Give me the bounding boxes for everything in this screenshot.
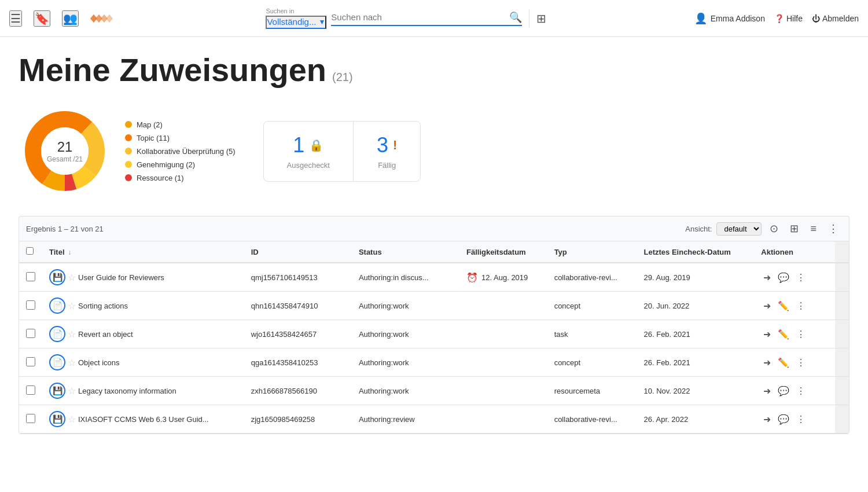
chart-legend: Map (2) Topic (11) Kollaborative Überprü… bbox=[125, 120, 236, 182]
logout-button[interactable]: ⏻ Abmelden bbox=[812, 14, 859, 23]
action-more-5[interactable]: ⋮ bbox=[794, 413, 808, 426]
search-submit-button[interactable]: 🔍 bbox=[509, 11, 522, 24]
action-navigate-4[interactable]: ➜ bbox=[761, 384, 773, 398]
row-type-4: resourcemeta bbox=[547, 377, 637, 405]
row-title-4[interactable]: Legacy taxonomy information bbox=[78, 387, 176, 395]
title-cell-0: 💾 ☆ User Guide for Reviewers bbox=[49, 269, 237, 285]
user-info[interactable]: 👤 Emma Addison bbox=[694, 12, 765, 25]
title-cell-3: 📄 ☆ Object icons bbox=[49, 354, 237, 370]
action-secondary-5[interactable]: 💬 bbox=[775, 413, 792, 426]
donut-center: 21 Gesamt /21 bbox=[47, 139, 83, 163]
action-more-4[interactable]: ⋮ bbox=[794, 384, 808, 398]
star-icon-5[interactable]: ☆ bbox=[68, 414, 76, 425]
star-icon-0[interactable]: ☆ bbox=[68, 272, 76, 283]
scrollbar-cell bbox=[835, 405, 849, 434]
row-checkin-2: 26. Feb. 2021 bbox=[637, 320, 755, 348]
action-secondary-3[interactable]: ✏️ bbox=[775, 356, 792, 369]
row-checkbox-3[interactable] bbox=[26, 357, 35, 366]
legend-item-koll: Kollaborative Überprüfung (5) bbox=[125, 147, 236, 156]
row-due-0: ⏰12. Aug. 2019 bbox=[459, 263, 547, 292]
scrollbar-cell bbox=[835, 377, 849, 405]
title-cell-4: 💾 ☆ Legacy taxonomy information bbox=[49, 383, 237, 399]
row-checkbox-1[interactable] bbox=[26, 300, 35, 310]
header-checkbox-col bbox=[19, 241, 42, 263]
menu-button[interactable]: ☰ bbox=[9, 10, 22, 27]
row-status-2: Authoring:work bbox=[352, 320, 459, 348]
action-secondary-1[interactable]: ✏️ bbox=[775, 299, 792, 313]
action-secondary-4[interactable]: 💬 bbox=[775, 384, 792, 398]
row-checkbox-4[interactable] bbox=[26, 385, 35, 395]
filter-icon-button[interactable]: ≡ bbox=[807, 222, 820, 236]
row-due-2 bbox=[459, 320, 547, 348]
header-type: Typ bbox=[547, 241, 637, 263]
due-header-label: Fälligkeitsdatum bbox=[466, 248, 526, 256]
page-title: Meine Zuweisungen bbox=[19, 51, 326, 89]
star-icon-3[interactable]: ☆ bbox=[68, 357, 76, 368]
row-checkbox-5[interactable] bbox=[26, 414, 35, 423]
action-navigate-1[interactable]: ➜ bbox=[761, 299, 773, 313]
view-label: Ansicht: bbox=[685, 225, 712, 233]
star-icon-4[interactable]: ☆ bbox=[68, 385, 76, 396]
search-input[interactable] bbox=[331, 12, 505, 22]
checked-out-number: 1 bbox=[293, 133, 304, 157]
more-options-button[interactable]: ⋮ bbox=[825, 221, 842, 236]
view-select[interactable]: default bbox=[716, 222, 762, 236]
circle-view-button[interactable]: ⊙ bbox=[766, 221, 782, 236]
action-more-1[interactable]: ⋮ bbox=[794, 299, 808, 313]
row-title-5[interactable]: IXIASOFT CCMS Web 6.3 User Guid... bbox=[78, 415, 209, 424]
search-bar: 🔍 bbox=[331, 11, 522, 26]
app-logo bbox=[90, 9, 118, 28]
action-navigate-5[interactable]: ➜ bbox=[761, 413, 773, 426]
title-header-label: Titel bbox=[49, 248, 65, 256]
row-checkbox-2[interactable] bbox=[26, 329, 35, 338]
select-all-checkbox[interactable] bbox=[26, 247, 34, 255]
row-title-2[interactable]: Revert an object bbox=[78, 330, 133, 339]
row-type-icon-2: 📄 bbox=[49, 326, 65, 342]
action-secondary-2[interactable]: ✏️ bbox=[775, 328, 792, 341]
legend-label-ress: Ressource (1) bbox=[137, 174, 184, 182]
row-id-0: qmj1567106149513 bbox=[244, 263, 352, 292]
header-actions: Aktionen bbox=[754, 241, 835, 263]
row-type-icon-5: 💾 bbox=[49, 411, 65, 427]
legend-dot-genehm bbox=[125, 161, 132, 168]
action-more-3[interactable]: ⋮ bbox=[794, 356, 808, 369]
filter-button[interactable]: ⊞ bbox=[536, 12, 546, 25]
help-circle-icon: ❓ bbox=[774, 14, 784, 23]
columns-view-button[interactable]: ⊞ bbox=[786, 221, 802, 236]
row-type-icon-0: 💾 bbox=[49, 269, 65, 285]
dashboard-row: 21 Gesamt /21 Map (2) Topic (11) Kollabo… bbox=[19, 105, 849, 197]
action-navigate-2[interactable]: ➜ bbox=[761, 328, 773, 341]
row-status-4: Authoring:work bbox=[352, 377, 459, 405]
row-title-0[interactable]: User Guide for Reviewers bbox=[78, 273, 164, 282]
donut-chart: 21 Gesamt /21 bbox=[19, 105, 111, 197]
action-navigate-3[interactable]: ➜ bbox=[761, 356, 773, 369]
row-status-3: Authoring:work bbox=[352, 348, 459, 377]
legend-item-genehm: Genehmigung (2) bbox=[125, 160, 236, 169]
users-button[interactable]: 👥 bbox=[62, 10, 79, 27]
row-status-1: Authoring:work bbox=[352, 292, 459, 320]
row-checkbox-0[interactable] bbox=[26, 272, 35, 281]
search-scope-button[interactable]: Vollständig... ▼ bbox=[266, 16, 326, 29]
scrollbar-cell bbox=[835, 292, 849, 320]
title-cell-1: 📄 ☆ Sorting actions bbox=[49, 298, 237, 314]
action-secondary-0[interactable]: 💬 bbox=[775, 271, 792, 284]
header-title[interactable]: Titel ↓ bbox=[42, 241, 244, 263]
row-due-3 bbox=[459, 348, 547, 377]
row-type-icon-4: 💾 bbox=[49, 383, 65, 399]
scrollbar-cell bbox=[835, 263, 849, 292]
star-icon-1[interactable]: ☆ bbox=[68, 300, 76, 311]
star-icon-2[interactable]: ☆ bbox=[68, 329, 76, 340]
action-navigate-0[interactable]: ➜ bbox=[761, 271, 773, 284]
legend-dot-ress bbox=[125, 174, 132, 181]
help-button[interactable]: ❓ Hilfe bbox=[774, 14, 803, 23]
action-more-2[interactable]: ⋮ bbox=[794, 328, 808, 341]
bookmark-button[interactable]: 🔖 bbox=[34, 10, 50, 27]
row-checkin-4: 10. Nov. 2022 bbox=[637, 377, 755, 405]
id-header-label: ID bbox=[251, 248, 259, 256]
scrollbar-cell bbox=[835, 348, 849, 377]
row-actions-5: ➜ 💬 ⋮ bbox=[754, 405, 835, 434]
row-title-3[interactable]: Object icons bbox=[78, 358, 120, 367]
row-title-1[interactable]: Sorting actions bbox=[78, 302, 128, 310]
type-header-label: Typ bbox=[554, 248, 567, 256]
action-more-0[interactable]: ⋮ bbox=[794, 271, 808, 284]
